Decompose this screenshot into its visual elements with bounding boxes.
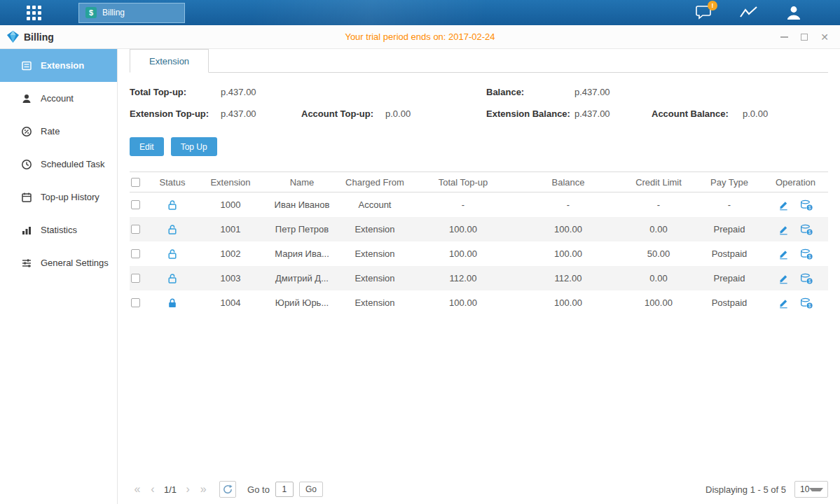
table-row: 1001 Петр Петров Extension 100.00 100.00… [130, 217, 828, 241]
row-checkbox[interactable] [131, 249, 140, 258]
go-button[interactable]: Go [299, 482, 323, 497]
window-title: Billing [7, 31, 54, 43]
tab-extension[interactable]: Extension [130, 49, 209, 73]
notifications-icon[interactable]: ! [694, 4, 714, 22]
account-topup-value: p.0.00 [385, 108, 411, 119]
extension-table: Status Extension Name Charged From Total… [130, 172, 828, 315]
page-size-select[interactable]: 10 [794, 481, 828, 498]
cell-charged-from: Extension [338, 224, 411, 234]
select-all-checkbox[interactable] [131, 178, 140, 187]
last-page-icon[interactable]: » [195, 483, 211, 496]
total-topup-label: Total Top-up: [130, 87, 186, 97]
table-header: Status Extension Name Charged From Total… [130, 172, 828, 192]
extension-icon [21, 60, 32, 71]
top-up-button[interactable]: Top Up [171, 137, 217, 156]
close-icon[interactable]: ✕ [819, 31, 830, 43]
sidebar-item-label: General Settings [41, 258, 109, 268]
top-up-row-icon[interactable]: $ [800, 224, 813, 235]
window-title-text: Billing [24, 31, 54, 43]
status-cell[interactable] [149, 200, 195, 211]
edit-row-icon[interactable] [778, 273, 789, 284]
top-up-row-icon[interactable]: $ [800, 273, 813, 284]
cell-total-topup: 100.00 [411, 298, 515, 308]
balance-value: p.437.00 [574, 87, 610, 97]
cell-balance: 100.00 [515, 248, 621, 259]
next-page-icon[interactable]: › [180, 483, 195, 496]
cell-pay-type: - [696, 200, 763, 210]
sidebar: Extension Account Rate Schedu [0, 49, 118, 504]
maximize-icon[interactable] [799, 31, 810, 43]
unlock-icon [167, 224, 178, 235]
status-cell[interactable] [149, 273, 195, 284]
sidebar-item-account[interactable]: Account [0, 82, 117, 115]
sidebar-item-rate[interactable]: Rate [0, 115, 117, 148]
sidebar-item-scheduled-task[interactable]: Scheduled Task [0, 148, 117, 181]
status-cell[interactable] [149, 224, 195, 235]
col-charged-from: Charged From [338, 177, 411, 188]
table-row: 1002 Мария Ива... Extension 100.00 100.0… [130, 241, 828, 266]
cell-extension: 1004 [195, 298, 266, 308]
apps-grid-icon[interactable] [27, 4, 46, 21]
window-titlebar: Billing Your trial period ends on: 2017-… [0, 25, 840, 49]
balance-label: Balance: [486, 87, 524, 97]
cell-pay-type: Prepaid [696, 224, 763, 234]
row-checkbox[interactable] [131, 298, 140, 307]
prev-page-icon[interactable]: ‹ [145, 483, 160, 496]
row-checkbox[interactable] [131, 225, 140, 234]
sidebar-item-extension[interactable]: Extension [0, 49, 117, 82]
cell-credit-limit: - [621, 200, 696, 210]
notification-badge: ! [708, 1, 717, 10]
cell-name: Дмитрий Д... [266, 273, 338, 284]
resource-monitor-icon[interactable] [739, 4, 759, 22]
chevron-down-icon [809, 488, 823, 491]
sidebar-item-label: Rate [41, 126, 60, 136]
sidebar-item-statistics[interactable]: Statistics [0, 214, 117, 246]
bar-chart-icon [21, 225, 32, 236]
top-up-row-icon[interactable]: $ [800, 248, 813, 260]
cell-extension: 1000 [195, 200, 266, 210]
row-checkbox[interactable] [131, 274, 140, 283]
cell-total-topup: 112.00 [411, 273, 515, 284]
unlock-icon [167, 200, 178, 211]
minimize-icon[interactable] [778, 31, 790, 43]
edit-row-icon[interactable] [778, 248, 789, 260]
cell-credit-limit: 50.00 [621, 248, 696, 259]
sidebar-item-general-settings[interactable]: General Settings [0, 246, 117, 279]
cell-pay-type: Postpaid [696, 298, 763, 308]
tabstrip: Extension [130, 49, 828, 73]
edit-row-icon[interactable] [778, 224, 789, 235]
svg-text:$: $ [808, 204, 811, 209]
person-icon [786, 5, 801, 20]
account-topup-label: Account Top-up: [301, 108, 373, 119]
displaying-text: Displaying 1 - 5 of 5 [705, 484, 786, 495]
top-up-row-icon[interactable]: $ [800, 200, 813, 211]
goto-page-input[interactable] [275, 482, 294, 497]
row-checkbox[interactable] [131, 200, 140, 209]
sidebar-item-label: Statistics [41, 225, 77, 235]
cell-name: Петр Петров [266, 224, 338, 234]
cell-charged-from: Extension [338, 273, 411, 284]
svg-text:$: $ [808, 302, 811, 307]
status-cell[interactable] [149, 298, 195, 309]
col-extension: Extension [195, 177, 266, 188]
pager-right: Displaying 1 - 5 of 5 10 [705, 481, 828, 498]
account-balance-label: Account Balance: [652, 108, 729, 119]
status-cell[interactable] [149, 248, 195, 260]
refresh-button[interactable] [219, 481, 236, 498]
edit-row-icon[interactable] [778, 298, 789, 309]
user-account-icon[interactable] [784, 4, 804, 22]
col-operation: Operation [763, 177, 828, 188]
window-controls: ✕ [778, 31, 830, 43]
billing-gem-icon [7, 31, 19, 43]
edit-row-icon[interactable] [778, 200, 789, 211]
cell-charged-from: Account [338, 200, 411, 210]
sidebar-item-topup-history[interactable]: Top-up History [0, 181, 117, 214]
svg-text:$: $ [808, 253, 811, 258]
top-up-row-icon[interactable]: $ [800, 298, 813, 309]
first-page-icon[interactable]: « [130, 483, 145, 496]
cell-credit-limit: 0.00 [621, 273, 696, 284]
table-row: 1000 Иван Иванов Account - - - - $ [130, 192, 828, 217]
edit-button[interactable]: Edit [130, 137, 164, 156]
pagination-bar: « ‹ 1/1 › » Go to Go Displaying 1 - 5 of… [130, 480, 828, 498]
taskbar-billing-tab[interactable]: $ Billing [78, 3, 185, 23]
